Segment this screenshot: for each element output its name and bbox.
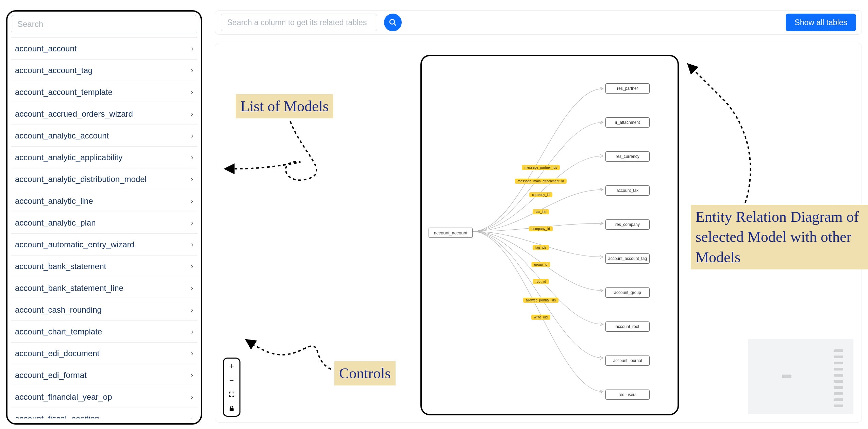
chevron-right-icon: › (191, 219, 193, 227)
plus-icon: ＋ (228, 360, 236, 371)
chevron-right-icon: › (191, 132, 193, 139)
model-item[interactable]: account_analytic_applicability› (11, 147, 197, 168)
lock-icon (228, 405, 235, 412)
chevron-right-icon: › (191, 45, 193, 52)
model-item[interactable]: account_edi_format› (11, 364, 197, 386)
erd-target-node[interactable]: account_journal (605, 356, 650, 366)
erd-edge-label: allowed_journal_ids (523, 298, 558, 303)
erd-target-node[interactable]: account_account_tag (605, 253, 650, 264)
erd-source-node[interactable]: account_account (429, 228, 473, 238)
chevron-right-icon: › (191, 262, 193, 270)
column-search-input[interactable] (221, 14, 377, 31)
chevron-right-icon: › (191, 241, 193, 248)
annotation-controls: Controls (334, 361, 396, 385)
model-item[interactable]: account_analytic_line› (11, 190, 197, 212)
chevron-right-icon: › (191, 393, 193, 401)
model-list: account_account› account_account_tag› ac… (11, 37, 197, 418)
model-label: account_edi_document (15, 349, 99, 358)
model-search-input[interactable] (11, 15, 197, 33)
chevron-right-icon: › (191, 349, 193, 357)
model-label: account_analytic_plan (15, 218, 96, 228)
erd-target-node[interactable]: res_company (605, 219, 650, 230)
model-label: account_automatic_entry_wizard (15, 240, 134, 249)
annotation-models: List of Models (236, 94, 333, 118)
erd-target-node[interactable]: res_users (605, 390, 650, 400)
svg-point-0 (390, 19, 395, 24)
fullscreen-icon (228, 391, 235, 398)
chevron-right-icon: › (191, 88, 193, 96)
model-label: account_financial_year_op (15, 392, 112, 402)
model-item[interactable]: account_chart_template› (11, 321, 197, 343)
model-label: account_analytic_account (15, 131, 109, 141)
erd-edge-label: message_partner_ids (522, 165, 560, 170)
chevron-right-icon: › (191, 197, 193, 205)
erd-diagram-frame: account_account res_partner ir_attachmen… (420, 55, 679, 415)
chevron-right-icon: › (191, 110, 193, 118)
zoom-in-button[interactable]: ＋ (224, 359, 239, 373)
model-label: account_account_template (15, 87, 113, 97)
model-item[interactable]: account_bank_statement_line› (11, 277, 197, 299)
diagram-canvas[interactable]: List of Models Controls Entity Relation … (215, 43, 862, 423)
diagram-toolbar: Show all tables (215, 10, 862, 35)
model-item[interactable]: account_bank_statement› (11, 255, 197, 277)
erd-edge-label: currency_id (529, 192, 552, 197)
model-label: account_bank_statement (15, 262, 106, 271)
search-icon (389, 18, 397, 27)
chevron-right-icon: › (191, 175, 193, 183)
model-label: account_fiscal_position (15, 414, 99, 419)
model-item[interactable]: account_fiscal_position› (11, 408, 197, 418)
model-item[interactable]: account_analytic_plan› (11, 212, 197, 234)
erd-edge-label: message_main_attachment_id (515, 179, 567, 184)
model-item[interactable]: account_analytic_account› (11, 125, 197, 147)
model-item[interactable]: account_analytic_distribution_model› (11, 168, 197, 190)
erd-target-node[interactable]: ir_attachment (605, 117, 650, 128)
erd-edge-label: company_id (529, 226, 553, 231)
model-item[interactable]: account_financial_year_op› (11, 386, 197, 408)
model-item[interactable]: account_edi_document› (11, 343, 197, 364)
minimap-targets (834, 349, 843, 407)
erd-edge-label: write_uid (531, 315, 550, 320)
model-item[interactable]: account_account› (11, 38, 197, 60)
models-sidebar: account_account› account_account_tag› ac… (6, 10, 202, 425)
model-item[interactable]: account_account_template› (11, 81, 197, 103)
diagram-controls: ＋ － (223, 358, 240, 417)
model-label: account_analytic_distribution_model (15, 175, 147, 184)
erd-target-node[interactable]: res_partner (605, 83, 650, 94)
model-item[interactable]: account_cash_rounding› (11, 299, 197, 321)
model-label: account_analytic_line (15, 196, 93, 206)
annotation-erd: Entity Relation Diagram of selected Mode… (691, 205, 868, 269)
zoom-out-button[interactable]: － (224, 373, 239, 387)
chevron-right-icon: › (191, 371, 193, 379)
minimap-source (782, 375, 791, 378)
erd-target-node[interactable]: account_tax (605, 185, 650, 196)
erd-target-node[interactable]: account_root (605, 321, 650, 332)
chevron-right-icon: › (191, 284, 193, 292)
model-item[interactable]: account_automatic_entry_wizard› (11, 234, 197, 255)
search-button[interactable] (384, 14, 402, 31)
model-label: account_accrued_orders_wizard (15, 109, 133, 119)
erd-edge-label: tax_ids (533, 209, 549, 214)
model-label: account_account (15, 44, 77, 53)
chevron-right-icon: › (191, 153, 193, 161)
chevron-right-icon: › (191, 66, 193, 74)
chevron-right-icon: › (191, 415, 193, 418)
minimap[interactable] (748, 339, 853, 414)
show-all-tables-button[interactable]: Show all tables (786, 14, 856, 31)
fit-view-button[interactable] (224, 387, 239, 401)
model-label: account_account_tag (15, 66, 93, 75)
model-label: account_cash_rounding (15, 305, 102, 315)
chevron-right-icon: › (191, 306, 193, 314)
model-label: account_edi_format (15, 370, 87, 380)
model-item[interactable]: account_accrued_orders_wizard› (11, 103, 197, 125)
model-item[interactable]: account_account_tag› (11, 60, 197, 81)
erd-target-node[interactable]: res_currency (605, 151, 650, 162)
chevron-right-icon: › (191, 328, 193, 335)
erd-edge-label: root_id (533, 279, 549, 284)
model-label: account_analytic_applicability (15, 153, 122, 162)
minus-icon: － (228, 375, 236, 385)
model-label: account_chart_template (15, 327, 102, 336)
svg-line-1 (394, 23, 396, 26)
erd-edge-label: group_id (532, 262, 550, 267)
lock-button[interactable] (224, 401, 239, 416)
erd-target-node[interactable]: account_group (605, 287, 650, 298)
